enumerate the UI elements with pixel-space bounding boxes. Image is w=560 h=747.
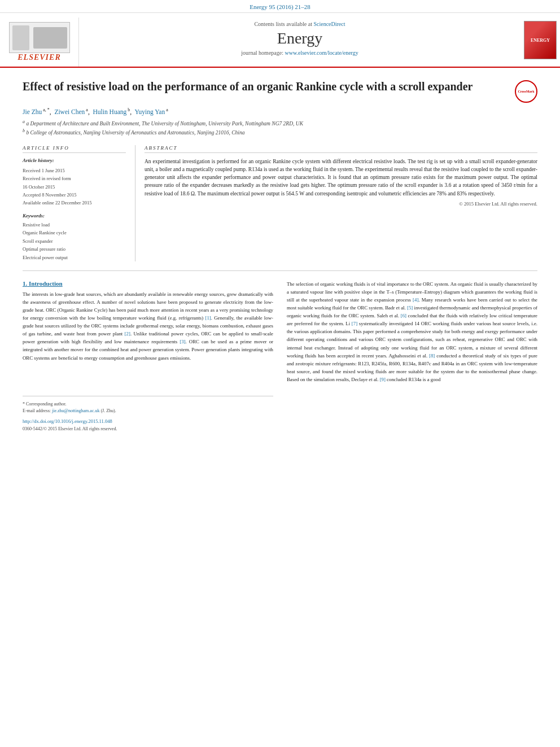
elsevier-brand-text: ELSEVIER [18,53,60,62]
elsevier-logo-section: ELSEVIER [0,18,79,67]
journal-thumbnail: ENERGY [520,18,560,67]
intro-paragraph: The interests in low-grade heat sources,… [23,290,273,362]
ref-1-link[interactable]: [1] [205,315,211,321]
article-info-header: ARTICLE INFO [23,145,126,153]
ref-8-link[interactable]: [8] [429,353,435,359]
corresponding-note-text: * Corresponding author. [23,401,67,407]
doi-link[interactable]: http://dx.doi.org/10.1016/j.energy.2015.… [23,418,273,424]
email-suffix: (J. Zhu). [100,408,116,413]
crossmark-label: CrossMark [518,90,534,94]
author-ziwei-chen: Ziwei Chen [54,108,85,115]
journal-header: ELSEVIER Contents lists available at Sci… [0,13,560,68]
affiliations-block: a a Department of Architecture and Built… [23,119,537,137]
ref-7-link[interactable]: [7] [352,321,357,326]
author-yuying-yan: Yuying Yan [134,108,165,115]
affil-b-text: b College of Astronautics, Nanjing Unive… [26,130,244,136]
history-dates: Received 1 June 2015 Received in revised… [23,167,126,207]
affil-a-text: a Department of Architecture and Built E… [26,121,303,126]
body-section: 1. Introduction The interests in low-gra… [23,280,537,431]
intro-title: Introduction [29,280,63,287]
sciencedirect-link[interactable]: ScienceDirect [313,21,345,27]
keyword-1: Resistive load [23,221,126,229]
ref-4-link[interactable]: [4] [413,297,418,303]
page: Energy 95 (2016) 21–28 ELSEVIER Contents… [0,0,560,747]
main-content: CrossMark Effect of resistive load on th… [0,68,560,443]
keyword-4: Optimal pressure ratio [23,245,126,253]
author-hulin-huang-super: b [126,107,130,112]
ref-6-link[interactable]: [6] [401,313,406,318]
ref-2-link[interactable]: [2] [125,331,130,337]
affil-a-super: a [23,119,25,124]
journal-ref-text: Energy 95 (2016) 21–28 [250,3,310,10]
affiliation-b: b b College of Astronautics, Nanjing Uni… [23,128,537,137]
journal-reference-bar: Energy 95 (2016) 21–28 [0,0,560,13]
author-hulin-huang: Hulin Huang [93,108,127,115]
intro-number: 1. [23,280,27,287]
intro-heading: 1. Introduction [23,280,273,287]
available-online: Available online 22 December 2015 [23,199,126,207]
journal-name: Energy [90,29,509,47]
ref-9-link[interactable]: [9] [380,377,386,382]
author-yuying-yan-super: a [165,107,168,112]
contents-label: Contents lists available at [254,21,312,27]
issn-text: 0360-5442/© 2015 Elsevier Ltd. All right… [23,426,273,431]
crossmark-circle: CrossMark [515,80,537,103]
keywords-list: Resistive load Organic Rankine cycle Scr… [23,221,126,261]
homepage-url[interactable]: www.elsevier.com/locate/energy [285,50,358,56]
intro-column: 1. Introduction The interests in low-gra… [23,280,273,431]
author-ziwei-chen-super: a [85,107,88,112]
keywords-label: Keywords: [23,213,126,219]
right-body-column: The selection of organic working fluids … [287,280,537,431]
elsevier-decorative-image [9,22,70,53]
journal-homepage-line: journal homepage: www.elsevier.com/locat… [90,50,509,56]
author-jie-zhu-super: a, * [42,107,50,112]
footer-notes-area: * Corresponding author. E-mail address: … [23,396,273,432]
abstract-text: An experimental investigation is perform… [145,158,537,198]
received-revised-label: Received in revised form [23,174,126,182]
corresponding-note: * Corresponding author. [23,401,273,408]
authors-line: Jie Zhu a, *, Ziwei Chen a, Hulin Huang … [23,107,537,115]
abstract-column: ABSTRACT An experimental investigation i… [135,145,537,261]
article-title: Effect of resistive load on the performa… [23,79,537,94]
received-date: Received 1 June 2015 [23,167,126,174]
accepted-date: Accepted 8 November 2015 [23,191,126,199]
revised-date: 16 October 2015 [23,183,126,191]
affil-b-super: b [23,128,25,133]
keyword-5: Electrical power output [23,254,126,261]
right-paragraph-1: The selection of organic working fluids … [287,280,537,383]
ref-3-link[interactable]: [3] [180,339,185,344]
affiliation-a: a a Department of Architecture and Built… [23,119,537,128]
keyword-2: Organic Rankine cycle [23,229,126,237]
abstract-header: ABSTRACT [145,145,537,153]
title-block: CrossMark Effect of resistive load on th… [23,79,537,103]
journal-center-header: Contents lists available at ScienceDirec… [79,18,520,67]
copyright-line: © 2015 Elsevier Ltd. All rights reserved… [145,201,537,207]
homepage-label: journal homepage: [241,50,283,56]
contents-available-line: Contents lists available at ScienceDirec… [90,21,509,27]
email-label: E-mail address: [23,408,51,413]
section-divider [23,270,537,271]
journal-cover-image: ENERGY [524,21,557,59]
keyword-3: Scroll expander [23,237,126,245]
author-jie-zhu: Jie Zhu [23,108,42,115]
crossmark-badge[interactable]: CrossMark [515,80,537,103]
article-info-column: ARTICLE INFO Article history: Received 1… [23,145,135,261]
article-info-abstract: ARTICLE INFO Article history: Received 1… [23,145,537,261]
ref-5-link[interactable]: [5] [407,305,413,311]
email-link[interactable]: jie.zhu@nottingham.ac.uk [52,408,99,413]
history-label: Article history: [23,158,126,163]
email-line: E-mail address: jie.zhu@nottingham.ac.uk… [23,408,273,415]
